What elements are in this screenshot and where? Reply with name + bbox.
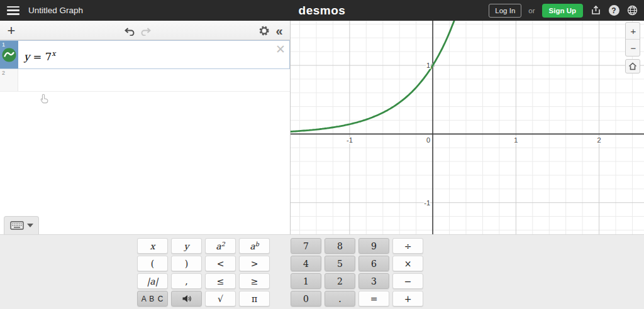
svg-text:0: 0: [426, 136, 430, 144]
svg-text:1: 1: [514, 136, 518, 144]
zoom-button-group: + −: [625, 22, 640, 57]
keypad-left-block: xya2ab()<>|a|,≤≥A B C√π: [137, 238, 270, 306]
zoom-in-button[interactable]: +: [626, 23, 640, 39]
key-9[interactable]: 9: [358, 238, 389, 254]
keyboard-icon: [10, 221, 24, 230]
key-8[interactable]: 8: [325, 238, 355, 254]
home-icon: [628, 62, 637, 70]
key-pi[interactable]: π: [239, 291, 270, 306]
key-y[interactable]: y: [171, 238, 202, 254]
key-a-power-b[interactable]: ab: [239, 238, 270, 254]
header: Untitled Graph desmos Log In or Sign Up …: [0, 0, 644, 21]
key-subtract[interactable]: −: [392, 273, 423, 289]
svg-text:1: 1: [426, 62, 430, 69]
key-multiply[interactable]: ×: [392, 256, 423, 271]
key-less-than[interactable]: <: [205, 256, 236, 271]
key-a-squared[interactable]: a2: [205, 238, 236, 254]
zoom-out-button[interactable]: −: [626, 40, 640, 56]
key-close-paren[interactable]: ): [171, 256, 202, 271]
signup-button[interactable]: Sign Up: [542, 4, 583, 18]
svg-text:2: 2: [597, 136, 601, 144]
expression-index: 2: [2, 70, 5, 76]
keypad-number-block: 789÷456×123−0.=+: [291, 238, 423, 306]
expression-gutter-1[interactable]: 1: [0, 41, 18, 68]
expression-panel: + « 1 y = 7x ✕ 2: [0, 21, 291, 234]
home-button[interactable]: [625, 59, 640, 73]
svg-text:-1: -1: [347, 136, 353, 144]
curve-color-icon[interactable]: [2, 48, 16, 62]
key-5[interactable]: 5: [325, 256, 355, 271]
language-globe-icon[interactable]: [626, 5, 638, 16]
key-4[interactable]: 4: [291, 256, 321, 271]
expression-gutter-2[interactable]: 2: [0, 69, 18, 91]
undo-button[interactable]: [122, 23, 137, 38]
chevron-down-icon: [27, 224, 33, 227]
share-icon[interactable]: [590, 5, 601, 16]
key-abc[interactable]: A B C: [137, 291, 168, 306]
collapse-panel-button[interactable]: «: [272, 23, 287, 38]
key-equals[interactable]: =: [358, 291, 389, 306]
onscreen-keypad: xya2ab()<>|a|,≤≥A B C√π 789÷456×123−0.=+…: [0, 234, 644, 309]
key-2[interactable]: 2: [325, 273, 355, 289]
login-button[interactable]: Log In: [489, 4, 521, 18]
expression-latex[interactable]: y = 7x: [24, 50, 55, 68]
svg-text:-1: -1: [424, 199, 430, 207]
key-greater-equal[interactable]: ≥: [239, 273, 270, 289]
key-less-equal[interactable]: ≤: [205, 273, 236, 289]
key-sqrt[interactable]: √: [205, 291, 236, 306]
key-open-paren[interactable]: (: [137, 256, 168, 271]
delete-expression-icon[interactable]: ✕: [275, 43, 286, 55]
graph-title[interactable]: Untitled Graph: [28, 6, 83, 15]
key-3[interactable]: 3: [358, 273, 389, 289]
expression-index: 1: [2, 41, 5, 48]
key-7[interactable]: 7: [291, 238, 321, 254]
keyboard-toggle-button[interactable]: [4, 216, 39, 234]
graph-paper[interactable]: -1012-11: [291, 21, 644, 234]
settings-gear-icon[interactable]: [257, 23, 272, 38]
add-expression-button[interactable]: +: [4, 23, 19, 38]
key-comma[interactable]: ,: [171, 273, 202, 289]
expression-row-1[interactable]: 1 y = 7x ✕: [0, 40, 290, 69]
mouse-cursor: [40, 93, 50, 104]
hamburger-menu-icon[interactable]: [7, 6, 19, 15]
key-x[interactable]: x: [137, 238, 168, 254]
redo-button[interactable]: [138, 23, 153, 38]
key-greater-than[interactable]: >: [239, 256, 270, 271]
help-icon[interactable]: ?: [608, 5, 619, 16]
key-decimal[interactable]: .: [325, 291, 355, 306]
key-6[interactable]: 6: [358, 256, 389, 271]
key-audio[interactable]: [171, 291, 202, 306]
graph-canvas[interactable]: -1012-11: [291, 21, 644, 234]
or-label: or: [528, 7, 535, 14]
expression-row-2[interactable]: 2: [0, 69, 290, 92]
key-add[interactable]: +: [392, 291, 423, 306]
key-0[interactable]: 0: [291, 291, 321, 306]
key-1[interactable]: 1: [291, 273, 321, 289]
key-divide[interactable]: ÷: [392, 238, 423, 254]
key-abs-value[interactable]: |a|: [137, 273, 168, 289]
expression-toolbar: + «: [0, 21, 290, 40]
